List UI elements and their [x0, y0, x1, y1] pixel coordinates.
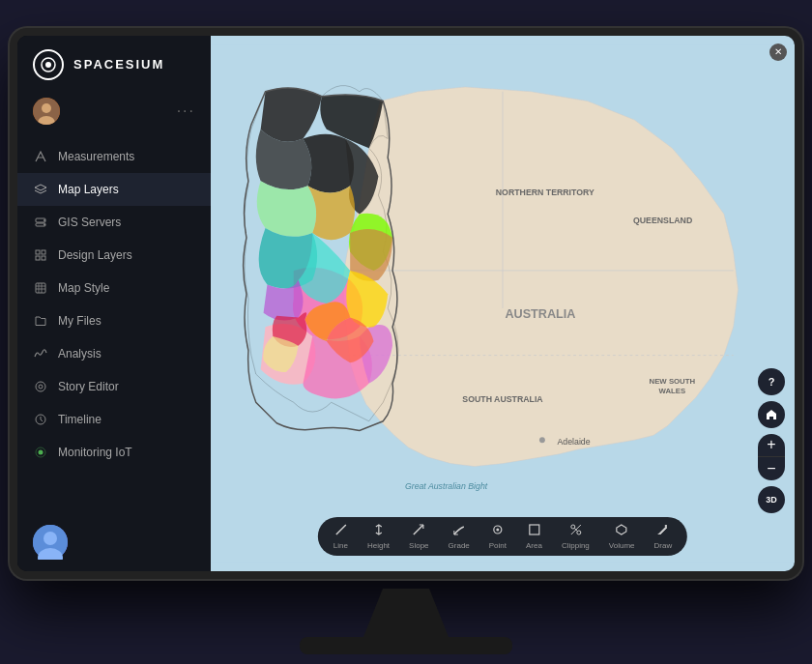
height-label: Height [367, 541, 390, 550]
sidebar-item-measurements[interactable]: Measurements [17, 140, 211, 173]
app-name: SPACESIUM [73, 57, 164, 72]
svg-point-32 [539, 437, 545, 443]
help-button[interactable]: ? [758, 368, 785, 395]
home-button[interactable] [758, 401, 785, 428]
monitoring-iot-icon [33, 445, 48, 460]
sidebar-item-design-layers[interactable]: Design Layers [17, 239, 211, 272]
toolbar-volume[interactable]: Volume [609, 523, 635, 550]
point-label: Point [489, 541, 507, 550]
sidebar-item-analysis[interactable]: Analysis [17, 337, 211, 370]
sidebar: SPACESIUM ··· [17, 36, 211, 571]
svg-point-7 [44, 219, 45, 221]
svg-point-20 [44, 532, 57, 545]
story-editor-icon [33, 379, 48, 394]
draw-label: Draw [654, 541, 673, 550]
svg-rect-9 [36, 250, 40, 254]
svg-point-3 [42, 103, 51, 113]
area-label: Area [526, 541, 542, 550]
monitoring-iot-label: Monitoring IoT [58, 446, 132, 459]
timeline-label: Timeline [58, 413, 102, 426]
line-icon [334, 523, 347, 539]
my-files-label: My Files [58, 314, 102, 328]
toolbar-area[interactable]: Area [526, 523, 542, 550]
svg-text:NEW SOUTH: NEW SOUTH [650, 376, 696, 385]
user-avatar-bottom[interactable] [33, 525, 68, 560]
svg-rect-13 [36, 283, 45, 293]
volume-label: Volume [609, 541, 635, 550]
slope-label: Slope [409, 541, 428, 550]
svg-rect-12 [42, 256, 45, 260]
gis-servers-label: GIS Servers [58, 216, 121, 229]
toolbar-grade[interactable]: Grade [449, 523, 470, 550]
toolbar-clipping[interactable]: Clipping [562, 523, 590, 550]
timeline-icon [33, 412, 48, 427]
analysis-label: Analysis [58, 347, 102, 361]
map-style-label: Map Style [58, 281, 109, 295]
monitor-body: SPACESIUM ··· [10, 28, 802, 579]
sidebar-item-monitoring-iot[interactable]: Monitoring IoT [17, 436, 211, 469]
sidebar-item-map-style[interactable]: Map Style [17, 272, 211, 304]
sidebar-item-my-files[interactable]: My Files [17, 304, 211, 337]
sidebar-item-story-editor[interactable]: Story Editor [17, 370, 211, 403]
monitor-base [300, 637, 512, 654]
three-d-button[interactable]: 3D [758, 486, 785, 513]
user-menu-dots[interactable]: ··· [177, 102, 195, 120]
clipping-label: Clipping [562, 541, 590, 550]
sidebar-item-timeline[interactable]: Timeline [17, 403, 211, 436]
svg-text:WALES: WALES [659, 386, 686, 394]
svg-point-15 [39, 385, 43, 389]
svg-text:SOUTH AUSTRALIA: SOUTH AUSTRALIA [462, 394, 543, 404]
toolbar-height[interactable]: Height [367, 523, 390, 550]
design-layers-label: Design Layers [58, 248, 132, 262]
svg-line-35 [335, 525, 345, 534]
svg-rect-10 [42, 250, 45, 254]
svg-point-17 [39, 449, 44, 454]
zoom-in-button[interactable]: + [758, 434, 785, 457]
map-toolbar: Line Height Slope [318, 517, 687, 556]
logo-icon [33, 49, 64, 80]
measurements-label: Measurements [58, 150, 134, 163]
story-editor-label: Story Editor [58, 380, 119, 393]
svg-point-8 [44, 223, 45, 225]
measurements-icon [33, 149, 48, 164]
sidebar-footer [17, 513, 211, 571]
toolbar-line[interactable]: Line [334, 523, 348, 550]
svg-text:QUEENSLAND: QUEENSLAND [633, 216, 692, 225]
toolbar-slope[interactable]: Slope [409, 523, 428, 550]
sidebar-item-gis-servers[interactable]: GIS Servers [17, 206, 211, 239]
user-avatar [33, 98, 60, 125]
volume-icon [615, 523, 628, 539]
close-button[interactable]: ✕ [769, 43, 787, 61]
slope-icon [412, 523, 425, 539]
monitor-wrapper: SPACESIUM ··· [0, 0, 812, 664]
my-files-icon [33, 313, 48, 329]
draw-icon [656, 523, 670, 539]
clipping-icon [568, 523, 582, 539]
svg-text:Great Australian Bight: Great Australian Bight [405, 480, 488, 490]
map-style-icon [33, 280, 48, 296]
svg-point-14 [36, 382, 45, 391]
point-icon [491, 523, 505, 539]
svg-point-37 [496, 528, 499, 531]
map-controls: ? + − 3D [758, 368, 785, 513]
toolbar-draw[interactable]: Draw [654, 523, 673, 550]
map-area[interactable]: ✕ NORTHERN TERRITORY QUEENSLAND AUSTRALI… [211, 36, 795, 571]
toolbar-point[interactable]: Point [489, 523, 507, 550]
sidebar-item-map-layers[interactable]: Map Layers [17, 173, 211, 206]
zoom-out-button[interactable]: − [758, 457, 785, 480]
area-icon [527, 523, 540, 539]
sidebar-header: SPACESIUM [17, 36, 211, 90]
grade-label: Grade [449, 541, 470, 550]
svg-point-1 [45, 62, 51, 68]
height-icon [372, 523, 386, 539]
svg-line-42 [570, 525, 580, 534]
line-label: Line [334, 541, 348, 550]
grade-icon [452, 523, 466, 539]
gis-servers-icon [33, 215, 48, 230]
screen: SPACESIUM ··· [17, 36, 795, 571]
svg-rect-38 [529, 525, 538, 534]
analysis-icon [33, 346, 48, 361]
svg-text:NORTHERN TERRITORY: NORTHERN TERRITORY [496, 187, 594, 196]
map-svg: NORTHERN TERRITORY QUEENSLAND AUSTRALIA … [211, 36, 795, 571]
nav-items: Measurements Map Layers [17, 136, 211, 513]
